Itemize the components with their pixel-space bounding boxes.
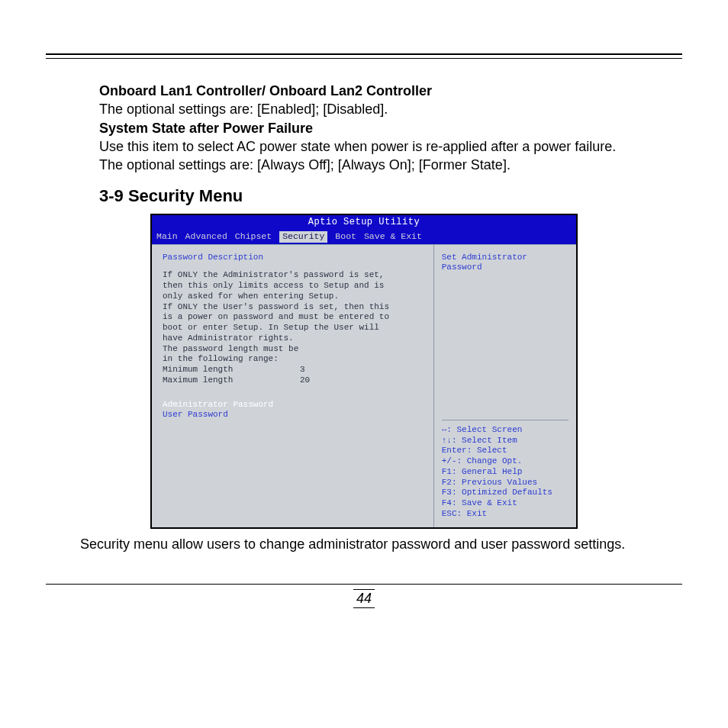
page-number: 44: [0, 589, 728, 608]
bios-key-line: ↑↓: Select Item: [442, 436, 569, 446]
bios-desc-line: If ONLY the User's password is set, then…: [163, 302, 426, 313]
bios-administrator-password-item[interactable]: Administrator Password: [163, 400, 426, 411]
bios-tab-advanced[interactable]: Advanced: [185, 231, 227, 242]
bios-tab-boot[interactable]: Boot: [335, 231, 356, 242]
bios-key-line: +/-: Change Opt.: [442, 456, 569, 467]
bios-screenshot: Aptio Setup Utility Main Advanced Chipse…: [150, 214, 578, 528]
bios-min-length-value: 3: [300, 365, 305, 375]
text-system-state-options: The optional settings are: [Always Off];…: [99, 156, 629, 174]
bios-key-line: F2: Previous Values: [442, 478, 569, 488]
bios-desc-line: only asked for when entering Setup.: [163, 292, 426, 302]
bios-max-length-value: 20: [300, 375, 310, 386]
bios-desc-line: is a power on password and must be enter…: [163, 312, 426, 323]
top-double-rule: [46, 53, 682, 59]
bios-key-line: F3: Optimized Defaults: [442, 488, 569, 498]
bios-tab-security[interactable]: Security: [279, 231, 327, 242]
bios-desc-line: have Administrator rights.: [163, 333, 426, 344]
bios-key-line: F1: General Help: [442, 467, 569, 478]
bios-password-description-header: Password Description: [163, 253, 426, 263]
bios-key-line: ESC: Exit: [442, 509, 569, 520]
bios-tab-main[interactable]: Main: [156, 231, 178, 242]
bios-tab-chipset[interactable]: Chipset: [235, 231, 272, 242]
bottom-rule: [46, 584, 682, 585]
text-security-menu-desc: Security menu allow users to change admi…: [80, 535, 648, 553]
bios-desc-line: The password length must be: [163, 344, 426, 355]
text-lan-settings: The optional settings are: [Enabled]; [D…: [99, 100, 629, 118]
bios-tab-bar: Main Advanced Chipset Security Boot Save…: [152, 230, 576, 243]
bios-title: Aptio Setup Utility: [152, 215, 576, 230]
bios-help-text: Set Administrator Password: [442, 253, 569, 274]
bios-tab-save-exit[interactable]: Save & Exit: [364, 231, 422, 242]
bios-desc-line: in the following range:: [163, 354, 426, 365]
bios-key-legend: ↔: Select Screen ↑↓: Select Item Enter: …: [442, 420, 569, 520]
text-system-state-desc: Use this item to select AC power state w…: [99, 137, 629, 156]
bios-desc-line: then this only limits access to Setup an…: [163, 281, 426, 292]
heading-lan-controller: Onboard Lan1 Controller/ Onboard Lan2 Co…: [99, 82, 629, 100]
bios-min-length-label: Minimum length: [163, 365, 300, 375]
section-heading: 3-9 Security Menu: [99, 185, 629, 208]
bios-desc-line: boot or enter Setup. In Setup the User w…: [163, 323, 426, 333]
bios-desc-line: If ONLY the Administrator's password is …: [163, 270, 426, 281]
bios-key-line: Enter: Select: [442, 446, 569, 456]
heading-system-state: System State after Power Failure: [99, 119, 629, 137]
bios-user-password-item[interactable]: User Password: [163, 410, 426, 420]
bios-max-length-label: Maximum length: [163, 375, 300, 386]
bios-min-length-row: Minimum length 3: [163, 365, 426, 375]
bios-left-pane: Password Description If ONLY the Adminis…: [152, 245, 433, 527]
bios-right-pane: Set Administrator Password ↔: Select Scr…: [433, 245, 576, 527]
bios-key-line: F4: Save & Exit: [442, 498, 569, 509]
bios-key-line: ↔: Select Screen: [442, 425, 569, 436]
bios-max-length-row: Maximum length 20: [163, 375, 426, 386]
